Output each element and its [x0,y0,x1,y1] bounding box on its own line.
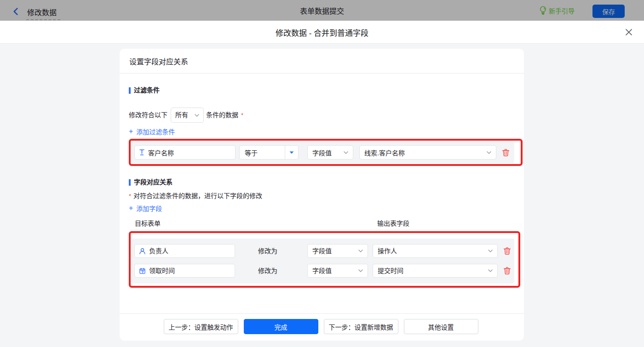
output-field-value: 提交时间 [378,267,403,274]
caret-down-icon [289,151,294,154]
close-button[interactable] [623,26,635,38]
section-marker [129,179,131,186]
filter-condition-row-group: 客户名称 等于 字段值 线索.客户名 [131,141,514,163]
output-field-value: 操作人 [378,248,397,255]
value-type-select[interactable]: 字段值 [307,244,368,258]
value-field-value: 线索.客户名称 [364,148,405,157]
add-field-label: 添加字段 [136,204,162,213]
chevron-down-icon [344,151,348,154]
required-asterisk: * [241,112,243,119]
user-icon [139,248,145,254]
target-form-column-label: 目标表单 [135,220,161,227]
operator-value: 等于 [240,148,258,157]
chevron-down-icon [358,250,363,252]
filter-condition-row: 修改符合以下 所有 条件的数据 * [129,108,515,123]
modal: 修改数据 - 合并到普通字段 设置字段对应关系 过滤条件 修改符合以下 所有 [0,21,644,347]
filter-section-header: 过滤条件 [129,87,515,94]
value-type-select[interactable]: 字段值 [307,264,368,278]
plus-icon: + [129,205,133,212]
done-button[interactable]: 完成 [244,319,318,334]
modal-title: 修改数据 - 合并到普通字段 [0,21,644,44]
chevron-down-icon [488,269,493,272]
filter-section-title: 过滤条件 [134,87,160,94]
prev-step-button[interactable]: 上一步：设置触发动作 [164,319,238,334]
text-field-icon [139,149,144,155]
output-field-select[interactable]: 提交时间 [373,264,498,278]
modal-dim-overlay [0,0,644,21]
add-filter-condition-link[interactable]: + 添加过滤条件 [129,128,175,135]
operator-caret-zone[interactable] [285,146,298,159]
mapping-description-text: 对符合过滤条件的数据，进行以下字段的修改 [133,193,262,199]
modal-footer: 上一步：设置触发动作 完成 下一步：设置新增数据 其他设置 [120,313,524,341]
operator-select[interactable]: 等于 [239,145,299,159]
value-type-value: 字段值 [312,267,332,274]
close-icon [626,29,632,35]
card-title: 设置字段对应关系 [120,49,524,74]
action-label: 修改为 [258,267,278,274]
trash-icon [504,247,511,255]
output-field-select[interactable]: 操作人 [373,244,498,258]
calendar-icon [139,268,145,274]
value-type-value: 字段值 [312,248,332,255]
chevron-down-icon [488,250,493,252]
other-settings-button[interactable]: 其他设置 [404,319,478,334]
required-asterisk: * [129,193,131,199]
modal-header: 修改数据 - 合并到普通字段 [0,21,644,44]
section-marker [129,87,131,94]
target-field-input[interactable]: 领取时间 [134,264,235,278]
value-type-select[interactable]: 字段值 [307,145,353,159]
match-mode-value: 所有 [175,112,188,119]
condition-prefix: 修改符合以下 [129,112,167,119]
chevron-down-icon [195,114,199,117]
target-field-value: 领取时间 [149,267,175,274]
chevron-down-icon [487,151,491,154]
topbar: 修改数据 表单数据提交 新手引导 保存 [0,0,644,21]
output-field-column-label: 输出表字段 [377,220,409,227]
mapping-row: 领取时间 修改为 字段值 提交时间 [132,264,514,278]
filter-field-input[interactable]: 客户名称 [134,145,236,159]
mapping-section-header: 字段对应关系 [129,179,515,186]
mapping-description: * 对符合过滤条件的数据，进行以下字段的修改 [129,193,515,199]
trash-icon [502,149,509,156]
match-mode-select[interactable]: 所有 [171,108,204,123]
settings-card: 设置字段对应关系 过滤条件 修改符合以下 所有 条件的数据 * + [120,49,524,341]
target-field-value: 负责人 [149,248,168,255]
mapping-section-title: 字段对应关系 [134,179,172,186]
delete-mapping-button[interactable] [502,266,512,276]
add-filter-label: 添加过滤条件 [136,127,175,136]
mapping-row: 负责人 修改为 字段值 操作人 [132,244,514,258]
chevron-down-icon [358,269,363,272]
delete-filter-button[interactable] [500,148,511,158]
filter-field-value: 客户名称 [148,148,174,157]
value-type-value: 字段值 [312,148,332,157]
value-field-select[interactable]: 线索.客户名称 [359,145,496,159]
plus-icon: + [129,128,133,135]
mapping-rows-group: 负责人 修改为 字段值 操作人 [132,239,514,284]
delete-mapping-button[interactable] [502,246,512,256]
condition-suffix: 条件的数据 [206,112,238,119]
target-field-input[interactable]: 负责人 [134,244,235,258]
column-headers: 目标表单 输出表字段 [129,220,515,227]
next-step-button[interactable]: 下一步：设置新增数据 [324,319,398,334]
action-label: 修改为 [258,248,278,255]
add-field-link[interactable]: + 添加字段 [129,205,162,212]
trash-icon [504,267,511,274]
